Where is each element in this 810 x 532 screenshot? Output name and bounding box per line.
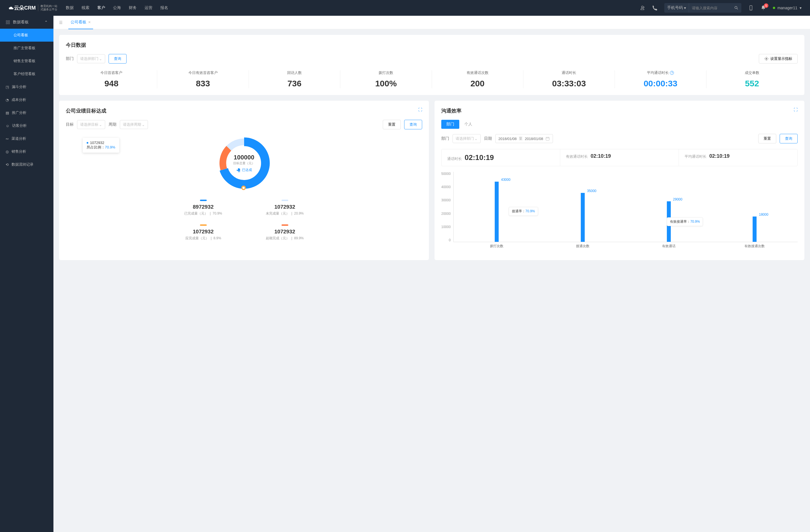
comm-stat: 有效通话时长02:10:19 <box>560 149 679 166</box>
tab-company-dashboard[interactable]: 公司看板 ✕ <box>68 16 93 29</box>
nav-item[interactable]: 数据 <box>66 0 74 15</box>
comm-title: 沟通效率 <box>441 107 798 114</box>
settings-button[interactable]: 设置显示指标 <box>759 54 798 64</box>
donut-knob <box>241 186 246 190</box>
mobile-icon[interactable] <box>748 5 754 11</box>
svg-point-7 <box>766 58 767 59</box>
chevron-down-icon: ⌄ <box>474 137 477 141</box>
date-range-input[interactable]: 2018/01/08 至 2018/01/08 <box>495 134 553 143</box>
metric-label: 回访人数 <box>252 70 337 76</box>
访客分析-icon: ☺ <box>6 124 9 128</box>
x-axis-label: 有效通话 <box>626 244 712 249</box>
chevron-down-icon: ▾ <box>799 6 801 10</box>
bar <box>581 193 585 242</box>
metric-value: 948 <box>69 79 154 88</box>
legend-item: 8972932已完成量（元） | 70.9% <box>174 200 233 216</box>
info-icon[interactable]: ? <box>670 71 674 75</box>
legend-item: 1072932应完成量（元） | 8.9% <box>174 225 233 241</box>
bar-value-label: 29000 <box>673 197 682 201</box>
logo-text: 云朵CRM <box>14 4 36 11</box>
subtab-dept[interactable]: 部门 <box>441 120 459 129</box>
user-menu[interactable]: manager11 ▾ <box>773 6 801 10</box>
metric-label: 今日首咨客户 <box>69 70 154 76</box>
legend-item: 1072932未完成量（元） | 20.9% <box>255 200 314 216</box>
subtab-person[interactable]: 个人 <box>459 120 477 129</box>
logo-sub1: 教育机构一站 <box>40 4 58 8</box>
svg-point-0 <box>735 6 737 9</box>
nav-item[interactable]: 运营 <box>145 0 152 15</box>
nav-item[interactable]: 报名 <box>160 0 168 15</box>
sidebar-item[interactable]: 客户经理看板 <box>0 67 53 80</box>
bar-annotation-1: 接通率：70.9% <box>509 207 538 216</box>
sidebar-item[interactable]: ▤推广分析 <box>0 106 53 119</box>
goal-title: 公司业绩目标达成 <box>66 107 422 114</box>
sidebar-group-dashboard[interactable]: 数据看板 ⌃ <box>0 16 53 29</box>
sidebar-group-label: 数据看板 <box>13 20 29 25</box>
metric-value: 00:00:33 <box>618 79 703 88</box>
dept-label: 部门 <box>66 56 74 61</box>
nav-item[interactable]: 财务 <box>129 0 137 15</box>
sidebar-item[interactable]: 销售主管看板 <box>0 54 53 67</box>
period-select[interactable]: 请选择周期⌄ <box>120 120 148 129</box>
nav-item[interactable]: 线索 <box>82 0 90 15</box>
today-data-card: 今日数据 部门 请选择部门⌄ 查询 设置显示指标 今日首咨客户948今日有效首咨… <box>59 35 804 95</box>
status-dot-icon <box>773 7 775 9</box>
reset-button[interactable]: 重置 <box>383 120 401 129</box>
dept-select[interactable]: 请选择部门⌄ <box>453 134 481 143</box>
logo-sub2: 式服务云平台 <box>40 8 58 11</box>
search-type-select[interactable]: 手机号码 ▾ <box>664 3 689 13</box>
x-axis-label: 有效接通次数 <box>712 244 798 249</box>
sidebar-item[interactable]: ⟲数据流转记录 <box>0 158 53 171</box>
calendar-icon <box>545 136 550 141</box>
date-label: 日期 <box>484 136 492 141</box>
comm-stat: 平均通话时长02:10:19 <box>679 149 797 166</box>
hamburger-icon[interactable]: ☰ <box>59 20 63 25</box>
sidebar-item[interactable]: 推广主管看板 <box>0 41 53 54</box>
logo[interactable]: 云朵CRM 教育机构一站 式服务云平台 <box>9 4 58 11</box>
reset-button[interactable]: 重置 <box>758 134 776 144</box>
dept-label: 部门 <box>441 136 449 141</box>
period-label: 周期 <box>109 122 116 127</box>
metric-item: 回访人数736 <box>249 70 340 88</box>
metric-item: 今日有效首咨客户833 <box>157 70 249 88</box>
sidebar: 数据看板 ⌃ 公司看板推广主管看板销售主管看板客户经理看板 ◳漏斗分析◔成本分析… <box>0 16 53 532</box>
dept-select[interactable]: 请选择部门⌄ <box>77 54 105 63</box>
add-user-icon[interactable] <box>639 5 645 11</box>
query-button[interactable]: 查询 <box>109 54 127 64</box>
dashboard-icon <box>6 20 10 24</box>
sidebar-item[interactable]: ◳漏斗分析 <box>0 80 53 93</box>
chevron-down-icon: ⌄ <box>99 122 102 127</box>
nav-item[interactable]: 公海 <box>113 0 121 15</box>
数据流转记录-icon: ⟲ <box>6 163 9 167</box>
metric-item: 平均通话时长?00:00:33 <box>615 70 706 88</box>
渠道分析-icon: ∾ <box>6 137 9 141</box>
phone-icon[interactable] <box>652 5 658 11</box>
metric-label: 通话时长 <box>526 70 612 76</box>
metric-item: 拨打次数100% <box>340 70 432 88</box>
search-icon[interactable] <box>731 6 741 10</box>
gear-icon <box>764 56 769 61</box>
today-title: 今日数据 <box>66 41 798 48</box>
metric-item: 有效通话次数200 <box>432 70 523 88</box>
sidebar-item[interactable]: ∾渠道分析 <box>0 132 53 145</box>
goal-card: ⛶ 公司业绩目标达成 目标 请选择目标⌄ 周期 请选择周期⌄ 重置 查询 107… <box>59 101 429 260</box>
metric-label: 平均通话时长? <box>618 70 703 76</box>
sidebar-item[interactable]: ◎销售分析 <box>0 145 53 158</box>
x-axis-label: 拨打次数 <box>454 244 540 249</box>
target-select[interactable]: 请选择目标⌄ <box>77 120 105 129</box>
notification-icon[interactable]: 5 <box>761 5 766 11</box>
close-icon[interactable]: ✕ <box>88 20 91 24</box>
search-input[interactable] <box>689 6 731 10</box>
sidebar-item[interactable]: ◔成本分析 <box>0 93 53 106</box>
header: 云朵CRM 教育机构一站 式服务云平台 数据线索客户公海财务运营报名 手机号码 … <box>0 0 810 16</box>
sidebar-item[interactable]: ☺访客分析 <box>0 119 53 132</box>
sidebar-item[interactable]: 公司看板 <box>0 29 53 41</box>
nav-item[interactable]: 客户 <box>97 0 105 15</box>
query-button[interactable]: 查询 <box>404 120 422 129</box>
chevron-up-icon: ⌃ <box>45 20 48 24</box>
query-button[interactable]: 查询 <box>780 134 798 144</box>
metric-value: 736 <box>252 79 337 88</box>
expand-icon[interactable]: ⛶ <box>794 107 798 112</box>
chevron-down-icon: ⌄ <box>142 122 145 127</box>
expand-icon[interactable]: ⛶ <box>418 107 422 112</box>
